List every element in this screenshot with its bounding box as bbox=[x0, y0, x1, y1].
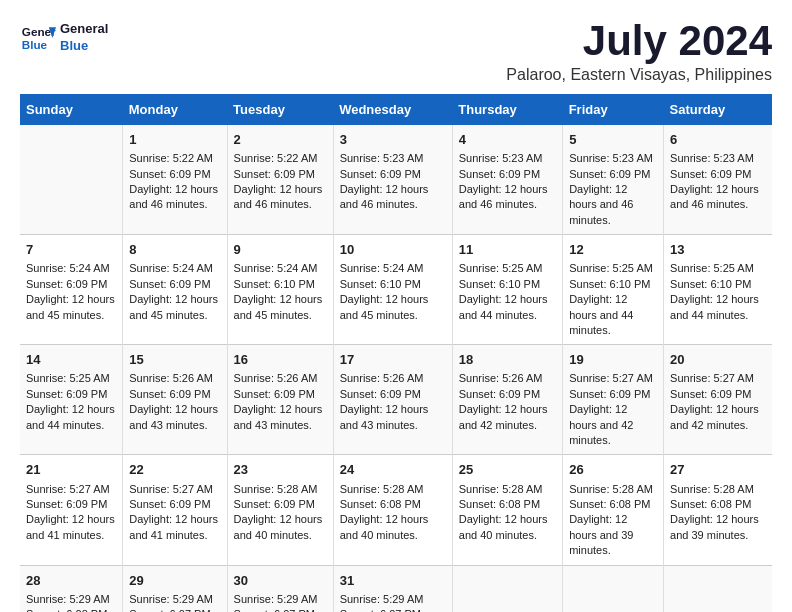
day-number: 22 bbox=[129, 461, 220, 479]
sunrise-text: Sunrise: 5:23 AM bbox=[569, 151, 657, 166]
sunrise-text: Sunrise: 5:26 AM bbox=[340, 371, 446, 386]
calendar-cell: 21Sunrise: 5:27 AMSunset: 6:09 PMDayligh… bbox=[20, 455, 123, 565]
sunrise-text: Sunrise: 5:25 AM bbox=[26, 371, 116, 386]
sunset-text: Sunset: 6:07 PM bbox=[129, 607, 220, 612]
sunrise-text: Sunrise: 5:24 AM bbox=[340, 261, 446, 276]
sunrise-text: Sunrise: 5:27 AM bbox=[26, 482, 116, 497]
day-number: 8 bbox=[129, 241, 220, 259]
sunrise-text: Sunrise: 5:26 AM bbox=[234, 371, 327, 386]
calendar-week-row: 14Sunrise: 5:25 AMSunset: 6:09 PMDayligh… bbox=[20, 345, 772, 455]
sunset-text: Sunset: 6:09 PM bbox=[340, 167, 446, 182]
day-number: 13 bbox=[670, 241, 766, 259]
daylight-text: Daylight: 12 hours and 44 minutes. bbox=[569, 292, 657, 338]
sunset-text: Sunset: 6:09 PM bbox=[459, 387, 556, 402]
sunset-text: Sunset: 6:09 PM bbox=[234, 167, 327, 182]
daylight-text: Daylight: 12 hours and 40 minutes. bbox=[340, 512, 446, 543]
calendar-header-row: SundayMondayTuesdayWednesdayThursdayFrid… bbox=[20, 94, 772, 125]
day-number: 27 bbox=[670, 461, 766, 479]
day-number: 2 bbox=[234, 131, 327, 149]
daylight-text: Daylight: 12 hours and 45 minutes. bbox=[129, 292, 220, 323]
daylight-text: Daylight: 12 hours and 41 minutes. bbox=[26, 512, 116, 543]
sunrise-text: Sunrise: 5:26 AM bbox=[129, 371, 220, 386]
daylight-text: Daylight: 12 hours and 44 minutes. bbox=[459, 292, 556, 323]
sunset-text: Sunset: 6:10 PM bbox=[569, 277, 657, 292]
day-number: 29 bbox=[129, 572, 220, 590]
daylight-text: Daylight: 12 hours and 46 minutes. bbox=[670, 182, 766, 213]
daylight-text: Daylight: 12 hours and 43 minutes. bbox=[129, 402, 220, 433]
day-number: 25 bbox=[459, 461, 556, 479]
daylight-text: Daylight: 12 hours and 46 minutes. bbox=[129, 182, 220, 213]
sunrise-text: Sunrise: 5:24 AM bbox=[26, 261, 116, 276]
sunrise-text: Sunrise: 5:22 AM bbox=[234, 151, 327, 166]
calendar-cell: 19Sunrise: 5:27 AMSunset: 6:09 PMDayligh… bbox=[563, 345, 664, 455]
calendar-cell: 16Sunrise: 5:26 AMSunset: 6:09 PMDayligh… bbox=[227, 345, 333, 455]
page-title: July 2024 bbox=[506, 20, 772, 62]
sunrise-text: Sunrise: 5:27 AM bbox=[129, 482, 220, 497]
calendar-cell: 12Sunrise: 5:25 AMSunset: 6:10 PMDayligh… bbox=[563, 235, 664, 345]
calendar-week-row: 7Sunrise: 5:24 AMSunset: 6:09 PMDaylight… bbox=[20, 235, 772, 345]
calendar-cell: 8Sunrise: 5:24 AMSunset: 6:09 PMDaylight… bbox=[123, 235, 227, 345]
sunset-text: Sunset: 6:10 PM bbox=[459, 277, 556, 292]
day-number: 9 bbox=[234, 241, 327, 259]
sunset-text: Sunset: 6:10 PM bbox=[340, 277, 446, 292]
page-subtitle: Palaroo, Eastern Visayas, Philippines bbox=[506, 66, 772, 84]
calendar-cell: 5Sunrise: 5:23 AMSunset: 6:09 PMDaylight… bbox=[563, 125, 664, 235]
sunset-text: Sunset: 6:09 PM bbox=[234, 387, 327, 402]
sunrise-text: Sunrise: 5:24 AM bbox=[129, 261, 220, 276]
day-number: 31 bbox=[340, 572, 446, 590]
daylight-text: Daylight: 12 hours and 44 minutes. bbox=[670, 292, 766, 323]
sunrise-text: Sunrise: 5:25 AM bbox=[569, 261, 657, 276]
title-section: July 2024 Palaroo, Eastern Visayas, Phil… bbox=[506, 20, 772, 84]
header-cell-thursday: Thursday bbox=[452, 94, 562, 125]
day-number: 18 bbox=[459, 351, 556, 369]
sunrise-text: Sunrise: 5:22 AM bbox=[129, 151, 220, 166]
header-cell-tuesday: Tuesday bbox=[227, 94, 333, 125]
daylight-text: Daylight: 12 hours and 42 minutes. bbox=[569, 402, 657, 448]
calendar-cell: 11Sunrise: 5:25 AMSunset: 6:10 PMDayligh… bbox=[452, 235, 562, 345]
calendar-cell bbox=[452, 565, 562, 612]
daylight-text: Daylight: 12 hours and 42 minutes. bbox=[670, 402, 766, 433]
sunset-text: Sunset: 6:08 PM bbox=[459, 497, 556, 512]
sunset-text: Sunset: 6:09 PM bbox=[670, 387, 766, 402]
calendar-cell: 1Sunrise: 5:22 AMSunset: 6:09 PMDaylight… bbox=[123, 125, 227, 235]
sunrise-text: Sunrise: 5:29 AM bbox=[26, 592, 116, 607]
sunrise-text: Sunrise: 5:28 AM bbox=[234, 482, 327, 497]
sunset-text: Sunset: 6:09 PM bbox=[340, 387, 446, 402]
day-number: 23 bbox=[234, 461, 327, 479]
calendar-cell: 31Sunrise: 5:29 AMSunset: 6:07 PMDayligh… bbox=[333, 565, 452, 612]
calendar-cell bbox=[20, 125, 123, 235]
header-cell-saturday: Saturday bbox=[664, 94, 772, 125]
daylight-text: Daylight: 12 hours and 46 minutes. bbox=[459, 182, 556, 213]
day-number: 11 bbox=[459, 241, 556, 259]
sunset-text: Sunset: 6:09 PM bbox=[569, 387, 657, 402]
sunrise-text: Sunrise: 5:25 AM bbox=[670, 261, 766, 276]
day-number: 12 bbox=[569, 241, 657, 259]
sunset-text: Sunset: 6:08 PM bbox=[670, 497, 766, 512]
sunset-text: Sunset: 6:09 PM bbox=[129, 167, 220, 182]
calendar-cell: 2Sunrise: 5:22 AMSunset: 6:09 PMDaylight… bbox=[227, 125, 333, 235]
sunrise-text: Sunrise: 5:23 AM bbox=[670, 151, 766, 166]
day-number: 16 bbox=[234, 351, 327, 369]
sunrise-text: Sunrise: 5:29 AM bbox=[234, 592, 327, 607]
daylight-text: Daylight: 12 hours and 43 minutes. bbox=[234, 402, 327, 433]
daylight-text: Daylight: 12 hours and 40 minutes. bbox=[234, 512, 327, 543]
calendar-cell: 17Sunrise: 5:26 AMSunset: 6:09 PMDayligh… bbox=[333, 345, 452, 455]
logo-text: General Blue bbox=[60, 21, 108, 55]
day-number: 28 bbox=[26, 572, 116, 590]
calendar-cell: 23Sunrise: 5:28 AMSunset: 6:09 PMDayligh… bbox=[227, 455, 333, 565]
sunset-text: Sunset: 6:09 PM bbox=[26, 497, 116, 512]
daylight-text: Daylight: 12 hours and 42 minutes. bbox=[459, 402, 556, 433]
day-number: 20 bbox=[670, 351, 766, 369]
sunset-text: Sunset: 6:09 PM bbox=[26, 387, 116, 402]
header-cell-friday: Friday bbox=[563, 94, 664, 125]
sunset-text: Sunset: 6:10 PM bbox=[670, 277, 766, 292]
daylight-text: Daylight: 12 hours and 39 minutes. bbox=[569, 512, 657, 558]
sunset-text: Sunset: 6:10 PM bbox=[234, 277, 327, 292]
sunset-text: Sunset: 6:09 PM bbox=[569, 167, 657, 182]
calendar-cell: 27Sunrise: 5:28 AMSunset: 6:08 PMDayligh… bbox=[664, 455, 772, 565]
sunrise-text: Sunrise: 5:24 AM bbox=[234, 261, 327, 276]
daylight-text: Daylight: 12 hours and 45 minutes. bbox=[234, 292, 327, 323]
calendar-cell: 10Sunrise: 5:24 AMSunset: 6:10 PMDayligh… bbox=[333, 235, 452, 345]
day-number: 5 bbox=[569, 131, 657, 149]
sunset-text: Sunset: 6:09 PM bbox=[129, 387, 220, 402]
